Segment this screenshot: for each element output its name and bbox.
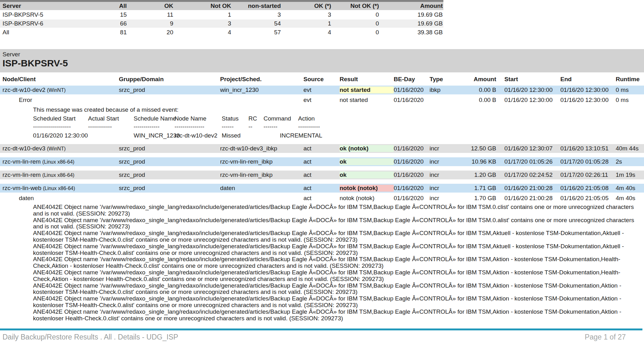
cell-source: act — [303, 145, 340, 152]
event-cell: INCREMENTAL — [280, 132, 322, 139]
backup-detail-table: Node/Client Gruppe/Domain Project/Sched.… — [0, 75, 644, 322]
event-cell: Schedule Name — [134, 115, 176, 122]
page-indicator: Page 1 of 27 — [585, 333, 626, 341]
cell-amount: 10.96 KB — [459, 158, 499, 165]
cell-amount: 12.50 GB — [459, 145, 499, 152]
column-header-runtime: Runtime — [616, 76, 644, 83]
cell-type: incr — [430, 185, 459, 192]
cell-node: rzc-vm-lin-web(Linux x86-64) — [0, 185, 119, 192]
node-name: rzc-dt-w10-dev2 — [3, 87, 45, 93]
cell-end: 01/16/20 21:05:05 — [560, 195, 616, 202]
cell-result: ok — [340, 171, 394, 178]
cell-runtime: 40m 44s — [616, 145, 644, 152]
event-cell: Missed — [222, 132, 241, 139]
error-message: ANE4042E Object name '/var/www/redaxo_si… — [33, 256, 641, 269]
event-cell: ----------- — [298, 123, 320, 130]
error-message: ANE4042E Object name '/var/www/redaxo_si… — [33, 243, 641, 256]
report-page: Server All OK Not OK non-started OK (*) … — [0, 0, 644, 348]
column-header-server: Server — [0, 3, 82, 9]
event-cell: -- — [248, 123, 253, 130]
cell-type: incr — [430, 171, 459, 178]
cell-beday: 01/16/2020 — [394, 195, 430, 202]
column-header-beday: BE-Day — [394, 76, 430, 83]
event-cell: Status — [222, 115, 239, 122]
cell-start: 01/16/20 21:00:28 — [499, 185, 560, 192]
cell-end: 01/16/20 12:30:00 — [560, 87, 616, 93]
cell-ok: 9 — [127, 20, 174, 27]
cell-result: not started — [340, 87, 394, 93]
cell-type: incr — [430, 145, 459, 152]
cell-amount: 0.00 B — [459, 87, 499, 93]
column-header-not-ok: Not OK — [174, 3, 232, 9]
cell-start: 01/16/20 12:30:00 — [499, 97, 560, 104]
detail-body: rzc-dt-w10-dev2(WinNT) srzc_prod win_inc… — [0, 86, 644, 322]
node-name: rzc-dt-w10-dev3 — [3, 145, 45, 152]
report-title: Daily Backup/Restore Results . All . Det… — [3, 333, 178, 341]
error-message: ANE4042E Object name '/var/www/redaxo_si… — [33, 309, 641, 322]
cell-server: All — [0, 29, 82, 36]
cell-beday: 01/16/2020 — [394, 145, 430, 152]
cell-node: rzc-dt-w10-dev2(WinNT) — [0, 87, 119, 93]
cell-amount: 1.70 GB — [459, 195, 499, 202]
cell-ok: 20 — [127, 29, 174, 36]
detail-row: rzc-vm-lin-web(Linux x86-64) srzc_prod d… — [0, 184, 644, 193]
cell-source: act — [303, 185, 340, 192]
cell-start: 01/16/20 21:00:28 — [499, 195, 560, 202]
cell-gruppe: srzc_prod — [119, 145, 220, 152]
column-header-ok: OK — [127, 3, 174, 9]
cell-not-ok-star: 0 — [332, 29, 380, 36]
cell-non-started: 54 — [232, 20, 281, 27]
error-message: ANE4042E Object name '/var/www/redaxo_si… — [33, 204, 641, 217]
error-message: ANE4042E Object name '/var/www/redaxo_si… — [33, 217, 641, 230]
event-cell: Command — [264, 115, 291, 122]
event-cell: ------------ — [88, 123, 112, 130]
section-label: Server — [3, 51, 20, 58]
message-intro-line: This message was created because of a mi… — [0, 106, 644, 114]
cell-source: evt — [303, 87, 340, 93]
cell-end: 01/17/20 02:26:11 — [560, 171, 616, 178]
column-header-node: Node/Client — [0, 76, 119, 83]
cell-ok-star: 3 — [281, 11, 332, 18]
cell-beday: 01/16/2020 — [394, 97, 430, 104]
cell-beday: 01/16/2020 — [394, 87, 430, 93]
node-platform: (Linux x86-64) — [43, 186, 75, 191]
cell-result: notok (notok) — [340, 185, 394, 192]
node-name: rzc-vm-lin-rem — [3, 171, 41, 178]
error-message: ANE4042E Object name '/var/www/redaxo_si… — [33, 295, 641, 309]
cell-result: not started — [340, 97, 394, 104]
cell-source: act — [303, 158, 340, 165]
cell-project: rzc-vm-lin-rem_ibkp — [220, 158, 303, 165]
column-header-not-ok-star: Not OK (*) — [332, 3, 380, 9]
cell-all: 81 — [82, 29, 127, 36]
cell-source: act — [303, 195, 340, 202]
event-table-header-line: Scheduled StartActual StartSchedule Name… — [0, 115, 644, 123]
summary-row: All 81 20 4 57 4 0 39.38 GB — [0, 28, 443, 37]
missed-event-message: This message was created because of a mi… — [0, 106, 644, 142]
cell-result: ok — [340, 158, 394, 165]
cell-not-ok: 4 — [174, 29, 232, 36]
cell-amount: 1.71 GB — [459, 185, 499, 192]
cell-start: 01/16/20 12:30:00 — [499, 87, 560, 93]
event-cell: ------------- — [134, 123, 159, 130]
column-header-amount: Amount — [459, 76, 499, 83]
cell-end: 01/16/20 12:30:00 — [560, 97, 616, 104]
cell-project: rzc-vm-lin-rem_ibkp — [220, 171, 303, 178]
server-summary-table: Server All OK Not OK non-started OK (*) … — [0, 0, 443, 37]
node-platform: (Linux x86-64) — [42, 159, 74, 165]
detail-header-row: Node/Client Gruppe/Domain Project/Sched.… — [0, 75, 644, 84]
node-name: daten — [19, 195, 34, 201]
cell-amount: 0.00 B — [459, 97, 499, 104]
cell-source: evt — [303, 97, 340, 104]
event-cell: rzc-dt-w10-dev2 — [175, 132, 217, 139]
cell-start: 01/17/20 02:24:52 — [499, 171, 560, 178]
cell-non-started: 3 — [232, 11, 281, 18]
cell-end: 01/16/20 13:10:51 — [560, 145, 616, 152]
node-platform: (WinNT) — [47, 87, 66, 93]
event-table-values-line: 01/16/2020 12:30:00WIN_INCR_1230rzc-dt-w… — [0, 132, 644, 140]
cell-ok-star: 4 — [281, 29, 332, 36]
event-cell: Scheduled Start — [33, 115, 75, 122]
event-cell: Actual Start — [88, 115, 119, 122]
column-header-project: Project/Sched. — [220, 76, 303, 83]
cell-ok-star: 1 — [281, 20, 332, 27]
message-intro: This message was created because of a mi… — [33, 106, 179, 113]
